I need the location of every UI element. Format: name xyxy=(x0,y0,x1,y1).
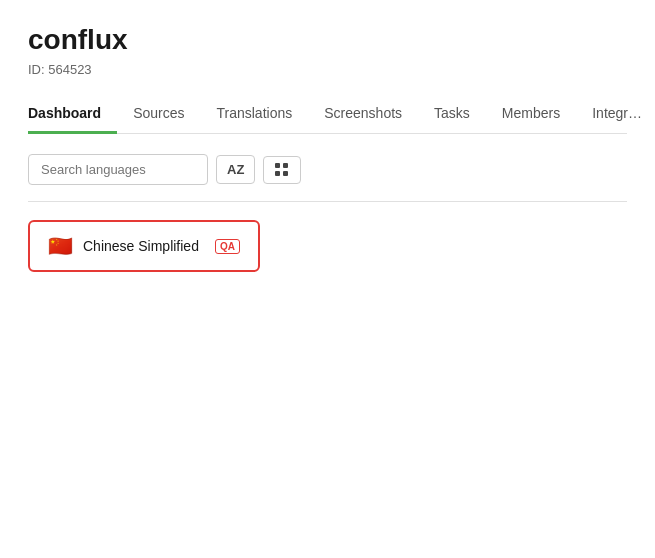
languages-grid: 🇨🇳 Chinese Simplified QA xyxy=(28,202,627,290)
toolbar: AZ xyxy=(28,134,627,201)
language-card-chinese-simplified[interactable]: 🇨🇳 Chinese Simplified QA xyxy=(28,220,260,272)
page-container: conflux ID: 564523 Dashboard Sources Tra… xyxy=(0,0,655,290)
tab-integrations[interactable]: Integr… xyxy=(576,95,655,134)
grid-icon xyxy=(275,163,289,177)
tab-screenshots[interactable]: Screenshots xyxy=(308,95,418,134)
tab-tasks[interactable]: Tasks xyxy=(418,95,486,134)
sort-az-button[interactable]: AZ xyxy=(216,155,255,184)
flag-icon: 🇨🇳 xyxy=(48,236,73,256)
qa-badge: QA xyxy=(215,239,240,254)
tabs-nav: Dashboard Sources Translations Screensho… xyxy=(28,95,627,134)
tab-translations[interactable]: Translations xyxy=(200,95,308,134)
tab-dashboard[interactable]: Dashboard xyxy=(28,95,117,134)
search-input[interactable] xyxy=(28,154,208,185)
project-title: conflux xyxy=(28,24,627,56)
project-id: ID: 564523 xyxy=(28,62,627,77)
tab-members[interactable]: Members xyxy=(486,95,576,134)
language-name: Chinese Simplified xyxy=(83,238,199,254)
tab-sources[interactable]: Sources xyxy=(117,95,200,134)
grid-view-button[interactable] xyxy=(263,156,301,184)
